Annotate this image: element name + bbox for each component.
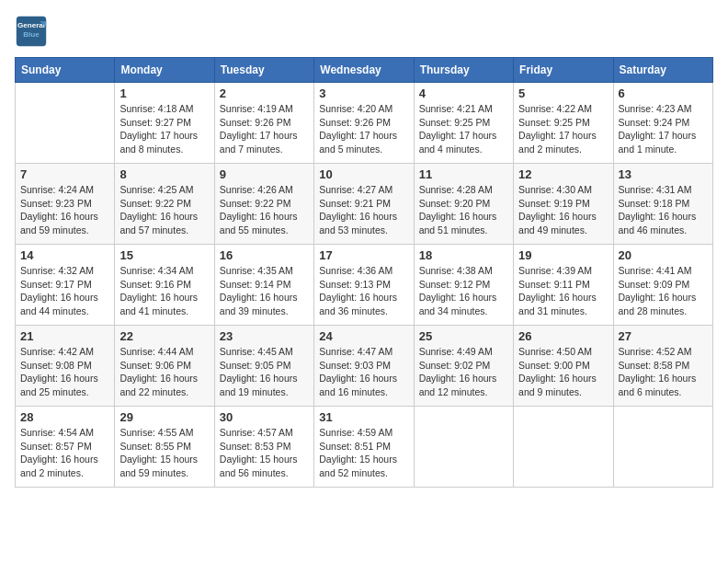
day-info: Sunrise: 4:45 AM Sunset: 9:05 PM Dayligh… [220, 345, 309, 399]
day-info: Sunrise: 4:35 AM Sunset: 9:14 PM Dayligh… [220, 264, 309, 318]
calendar-cell: 18Sunrise: 4:38 AM Sunset: 9:12 PM Dayli… [414, 245, 513, 326]
svg-text:General: General [17, 21, 45, 29]
day-info: Sunrise: 4:25 AM Sunset: 9:22 PM Dayligh… [119, 183, 209, 237]
calendar-cell: 9Sunrise: 4:26 AM Sunset: 9:22 PM Daylig… [214, 164, 313, 245]
day-info: Sunrise: 4:57 AM Sunset: 8:53 PM Dayligh… [220, 426, 309, 480]
page-header: General Blue [15, 15, 713, 48]
day-info: Sunrise: 4:52 AM Sunset: 8:58 PM Dayligh… [619, 345, 708, 399]
day-info: Sunrise: 4:19 AM Sunset: 9:26 PM Dayligh… [220, 102, 309, 156]
day-number: 25 [419, 329, 508, 343]
calendar-table: SundayMondayTuesdayWednesdayThursdayFrid… [15, 57, 713, 488]
calendar-cell: 21Sunrise: 4:42 AM Sunset: 9:08 PM Dayli… [16, 326, 115, 407]
day-number: 5 [518, 86, 608, 100]
calendar-cell: 16Sunrise: 4:35 AM Sunset: 9:14 PM Dayli… [214, 245, 313, 326]
day-number: 29 [119, 410, 209, 424]
weekday-header: Saturday [613, 58, 712, 83]
calendar-week-row: 28Sunrise: 4:54 AM Sunset: 8:57 PM Dayli… [16, 407, 713, 488]
day-number: 14 [20, 248, 109, 262]
calendar-cell: 2Sunrise: 4:19 AM Sunset: 9:26 PM Daylig… [214, 83, 313, 164]
weekday-header: Thursday [414, 58, 513, 83]
day-info: Sunrise: 4:36 AM Sunset: 9:13 PM Dayligh… [319, 264, 408, 318]
calendar-header: SundayMondayTuesdayWednesdayThursdayFrid… [16, 58, 713, 83]
day-number: 23 [220, 329, 309, 343]
calendar-cell: 15Sunrise: 4:34 AM Sunset: 9:16 PM Dayli… [115, 245, 214, 326]
calendar-cell: 7Sunrise: 4:24 AM Sunset: 9:23 PM Daylig… [16, 164, 115, 245]
calendar-cell: 4Sunrise: 4:21 AM Sunset: 9:25 PM Daylig… [414, 83, 513, 164]
day-info: Sunrise: 4:27 AM Sunset: 9:21 PM Dayligh… [319, 183, 408, 237]
day-info: Sunrise: 4:34 AM Sunset: 9:16 PM Dayligh… [119, 264, 209, 318]
calendar-cell: 23Sunrise: 4:45 AM Sunset: 9:05 PM Dayli… [214, 326, 313, 407]
day-number: 8 [119, 167, 209, 181]
day-number: 15 [119, 248, 209, 262]
day-info: Sunrise: 4:42 AM Sunset: 9:08 PM Dayligh… [20, 345, 109, 399]
calendar-cell: 3Sunrise: 4:20 AM Sunset: 9:26 PM Daylig… [314, 83, 414, 164]
day-info: Sunrise: 4:50 AM Sunset: 9:00 PM Dayligh… [518, 345, 608, 399]
day-number: 1 [119, 86, 209, 100]
calendar-cell: 25Sunrise: 4:49 AM Sunset: 9:02 PM Dayli… [414, 326, 513, 407]
weekday-header: Friday [514, 58, 613, 83]
day-info: Sunrise: 4:28 AM Sunset: 9:20 PM Dayligh… [419, 183, 508, 237]
day-number: 7 [20, 167, 109, 181]
day-info: Sunrise: 4:38 AM Sunset: 9:12 PM Dayligh… [419, 264, 508, 318]
calendar-cell: 1Sunrise: 4:18 AM Sunset: 9:27 PM Daylig… [115, 83, 214, 164]
day-info: Sunrise: 4:41 AM Sunset: 9:09 PM Dayligh… [619, 264, 708, 318]
calendar-week-row: 21Sunrise: 4:42 AM Sunset: 9:08 PM Dayli… [16, 326, 713, 407]
day-number: 21 [20, 329, 109, 343]
day-number: 13 [619, 167, 708, 181]
calendar-week-row: 7Sunrise: 4:24 AM Sunset: 9:23 PM Daylig… [16, 164, 713, 245]
day-number: 22 [119, 329, 209, 343]
calendar-week-row: 1Sunrise: 4:18 AM Sunset: 9:27 PM Daylig… [16, 83, 713, 164]
calendar-cell: 27Sunrise: 4:52 AM Sunset: 8:58 PM Dayli… [613, 326, 712, 407]
day-info: Sunrise: 4:59 AM Sunset: 8:51 PM Dayligh… [319, 426, 408, 480]
day-info: Sunrise: 4:26 AM Sunset: 9:22 PM Dayligh… [220, 183, 309, 237]
day-info: Sunrise: 4:23 AM Sunset: 9:24 PM Dayligh… [619, 102, 708, 156]
weekday-header: Wednesday [314, 58, 414, 83]
day-number: 27 [619, 329, 708, 343]
calendar-cell: 14Sunrise: 4:32 AM Sunset: 9:17 PM Dayli… [16, 245, 115, 326]
day-info: Sunrise: 4:21 AM Sunset: 9:25 PM Dayligh… [419, 102, 508, 156]
calendar-cell: 28Sunrise: 4:54 AM Sunset: 8:57 PM Dayli… [16, 407, 115, 488]
logo: General Blue [15, 15, 51, 48]
day-info: Sunrise: 4:32 AM Sunset: 9:17 PM Dayligh… [20, 264, 109, 318]
day-info: Sunrise: 4:54 AM Sunset: 8:57 PM Dayligh… [20, 426, 109, 480]
calendar-cell: 19Sunrise: 4:39 AM Sunset: 9:11 PM Dayli… [514, 245, 613, 326]
calendar-cell: 24Sunrise: 4:47 AM Sunset: 9:03 PM Dayli… [314, 326, 414, 407]
weekday-header-row: SundayMondayTuesdayWednesdayThursdayFrid… [16, 58, 713, 83]
calendar-cell: 13Sunrise: 4:31 AM Sunset: 9:18 PM Dayli… [613, 164, 712, 245]
calendar-body: 1Sunrise: 4:18 AM Sunset: 9:27 PM Daylig… [16, 83, 713, 488]
day-number: 4 [419, 86, 508, 100]
day-info: Sunrise: 4:20 AM Sunset: 9:26 PM Dayligh… [319, 102, 408, 156]
calendar-cell: 6Sunrise: 4:23 AM Sunset: 9:24 PM Daylig… [613, 83, 712, 164]
day-number: 26 [518, 329, 608, 343]
logo-icon: General Blue [15, 15, 48, 48]
day-info: Sunrise: 4:22 AM Sunset: 9:25 PM Dayligh… [518, 102, 608, 156]
calendar-cell [514, 407, 613, 488]
calendar-cell: 17Sunrise: 4:36 AM Sunset: 9:13 PM Dayli… [314, 245, 414, 326]
day-number: 2 [220, 86, 309, 100]
calendar-cell [414, 407, 513, 488]
day-number: 24 [319, 329, 408, 343]
weekday-header: Tuesday [214, 58, 313, 83]
day-number: 20 [619, 248, 708, 262]
calendar-cell: 29Sunrise: 4:55 AM Sunset: 8:55 PM Dayli… [115, 407, 214, 488]
calendar-cell: 10Sunrise: 4:27 AM Sunset: 9:21 PM Dayli… [314, 164, 414, 245]
calendar-week-row: 14Sunrise: 4:32 AM Sunset: 9:17 PM Dayli… [16, 245, 713, 326]
day-info: Sunrise: 4:55 AM Sunset: 8:55 PM Dayligh… [119, 426, 209, 480]
day-info: Sunrise: 4:47 AM Sunset: 9:03 PM Dayligh… [319, 345, 408, 399]
calendar-cell [613, 407, 712, 488]
day-info: Sunrise: 4:31 AM Sunset: 9:18 PM Dayligh… [619, 183, 708, 237]
calendar-cell: 22Sunrise: 4:44 AM Sunset: 9:06 PM Dayli… [115, 326, 214, 407]
day-number: 6 [619, 86, 708, 100]
calendar-cell: 12Sunrise: 4:30 AM Sunset: 9:19 PM Dayli… [514, 164, 613, 245]
day-number: 3 [319, 86, 408, 100]
calendar-cell: 8Sunrise: 4:25 AM Sunset: 9:22 PM Daylig… [115, 164, 214, 245]
weekday-header: Sunday [16, 58, 115, 83]
day-info: Sunrise: 4:18 AM Sunset: 9:27 PM Dayligh… [119, 102, 209, 156]
day-number: 11 [419, 167, 508, 181]
day-info: Sunrise: 4:44 AM Sunset: 9:06 PM Dayligh… [119, 345, 209, 399]
calendar-cell: 30Sunrise: 4:57 AM Sunset: 8:53 PM Dayli… [214, 407, 313, 488]
calendar-cell: 11Sunrise: 4:28 AM Sunset: 9:20 PM Dayli… [414, 164, 513, 245]
calendar-cell [16, 83, 115, 164]
calendar-cell: 5Sunrise: 4:22 AM Sunset: 9:25 PM Daylig… [514, 83, 613, 164]
day-number: 10 [319, 167, 408, 181]
